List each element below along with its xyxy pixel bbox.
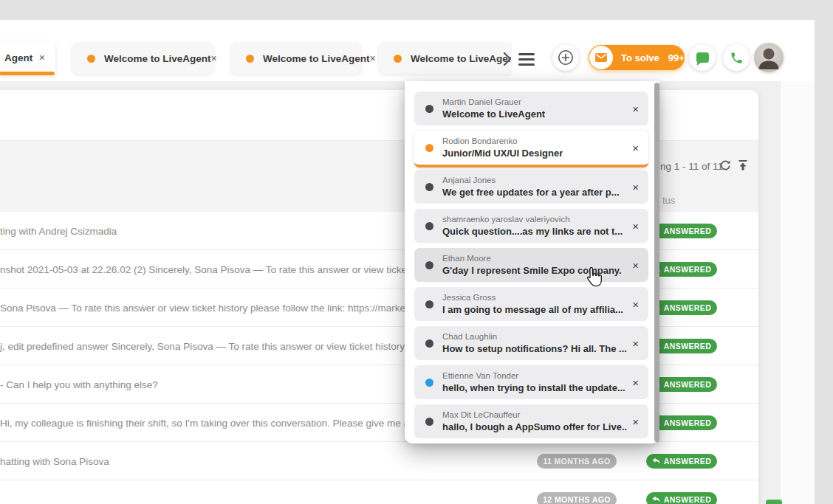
calls-button[interactable] bbox=[723, 44, 750, 71]
tab-label: Welcome to LiveAgent bbox=[263, 53, 370, 64]
ticket-age-badge: 11 MONTHS AGO bbox=[537, 454, 617, 469]
ticket-contact-name: Max Dit LeChauffeur bbox=[442, 410, 627, 421]
tab-close-icon[interactable]: × bbox=[211, 53, 217, 63]
ticket-snippet: - Can I help you with anything else? bbox=[0, 379, 158, 390]
ticket-snippet: Hi, my colleague is finishing their shif… bbox=[0, 417, 420, 428]
ticket-snippet: Sona Pisova — To rate this answer or vie… bbox=[0, 302, 422, 313]
open-ticket-item[interactable]: Martin Daniel Grauer Welcome to LiveAgen… bbox=[414, 92, 648, 125]
ticket-contact-name: Ettienne Van Tonder bbox=[442, 370, 625, 382]
reply-arrow-icon bbox=[652, 496, 660, 503]
ticket-source-icon bbox=[394, 55, 402, 63]
user-avatar[interactable] bbox=[754, 43, 784, 72]
ticket-subject: hello, when trying to install the update… bbox=[442, 382, 625, 394]
ticket-snippet: nshot 2021-05-03 at 22.26.02 (2) Sincere… bbox=[0, 263, 425, 275]
to-solve-button[interactable]: To solve 99+ bbox=[589, 45, 685, 70]
close-ticket-icon[interactable]: × bbox=[632, 299, 639, 310]
tab-active-agent[interactable]: Agent × bbox=[0, 41, 55, 75]
ticket-subject: I am going to message all of my affilia.… bbox=[442, 303, 623, 316]
ticket-age-badge: 12 MONTHS AGO bbox=[537, 492, 617, 504]
open-ticket-item-hovered[interactable]: Ethan Moore G'day I represent Smile Expo… bbox=[414, 248, 648, 282]
ticket-source-icon bbox=[425, 144, 433, 152]
tab-label: Welcome to LiveAgent bbox=[411, 53, 511, 64]
ticket-snippet: j, edit predefined answer Sincerely, Son… bbox=[0, 340, 426, 351]
ticket-contact-name: Anjanai Jones bbox=[442, 175, 620, 186]
ticket-subject: Quick question....as my links are not t.… bbox=[442, 225, 623, 238]
active-tab-underline bbox=[0, 72, 55, 75]
open-ticket-item-active[interactable]: Rodion Bondarenko Junior/Mid UX/UI Desig… bbox=[414, 131, 648, 168]
status-badge: ANSWERED bbox=[646, 454, 717, 469]
ticket-snippet: ting with Andrej Csizmadia bbox=[0, 225, 117, 236]
envelope-icon bbox=[589, 46, 613, 69]
tab-welcome-1[interactable]: Welcome to LiveAgent × bbox=[72, 42, 214, 75]
ticket-source-icon bbox=[425, 339, 433, 348]
ticket-source-icon bbox=[425, 222, 433, 230]
close-ticket-icon[interactable]: × bbox=[632, 142, 639, 153]
refresh-icon[interactable] bbox=[719, 159, 731, 174]
person-silhouette-icon bbox=[754, 43, 784, 72]
open-ticket-item[interactable]: Anjanai Jones We get free updates for a … bbox=[414, 170, 648, 204]
ticket-subject: hallo, I bough a AppSumo offer for Live.… bbox=[442, 421, 627, 433]
ticket-row[interactable]: hatting with Sona Pisova 11 MONTHS AGO A… bbox=[0, 442, 758, 480]
ticket-contact-name: Chad Laughlin bbox=[442, 331, 627, 342]
open-ticket-item[interactable]: shamraenko yaroslav valeriyovich Quick q… bbox=[414, 209, 648, 243]
add-new-button[interactable] bbox=[552, 44, 579, 71]
ticket-source-icon bbox=[425, 261, 433, 269]
right-spacer bbox=[781, 81, 815, 504]
ticket-subject: We get free updates for a year after p..… bbox=[442, 186, 620, 199]
close-ticket-icon[interactable]: × bbox=[632, 221, 639, 232]
status-filter-text: tus bbox=[662, 195, 675, 206]
ticket-source-icon bbox=[425, 105, 433, 113]
menu-hamburger-icon[interactable] bbox=[518, 53, 535, 69]
to-solve-count: 99+ bbox=[668, 52, 685, 63]
tab-close-icon[interactable]: × bbox=[370, 53, 376, 63]
ticket-contact-name: Jessica Gross bbox=[442, 292, 623, 303]
chat-widget-fragment[interactable] bbox=[766, 500, 782, 504]
ticket-source-icon bbox=[425, 300, 433, 308]
ticket-subject: Junior/Mid UX/UI Designer bbox=[442, 147, 563, 159]
close-ticket-icon[interactable]: × bbox=[632, 416, 639, 427]
open-tickets-list: Martin Daniel Grauer Welcome to LiveAgen… bbox=[414, 92, 648, 443]
ticket-source-icon bbox=[425, 418, 433, 426]
open-ticket-item[interactable]: Max Dit LeChauffeur hallo, I bough a App… bbox=[414, 404, 648, 438]
header-bar: Agent × Welcome to LiveAgent × Welcome t… bbox=[0, 20, 815, 81]
to-solve-label: To solve bbox=[621, 52, 659, 63]
scroll-to-top-icon[interactable] bbox=[737, 159, 749, 174]
close-ticket-icon[interactable]: × bbox=[632, 182, 639, 193]
open-ticket-item[interactable]: Jessica Gross I am going to message all … bbox=[414, 287, 648, 321]
ticket-contact-name: Ethan Moore bbox=[442, 253, 622, 264]
chat-bubble-icon bbox=[696, 52, 709, 63]
ticket-source-icon bbox=[246, 55, 254, 63]
ticket-contact-name: shamraenko yaroslav valeriyovich bbox=[442, 214, 623, 225]
close-ticket-icon[interactable]: × bbox=[632, 103, 639, 114]
ticket-contact-name: Martin Daniel Grauer bbox=[442, 97, 545, 108]
ticket-subject: G'day I represent Smile Expo company. bbox=[442, 264, 622, 277]
tab-welcome-3[interactable]: Welcome to LiveAgent bbox=[378, 42, 511, 75]
ticket-contact-name: Rodion Bondarenko bbox=[442, 136, 563, 147]
ticket-source-icon bbox=[425, 183, 433, 191]
tab-welcome-2[interactable]: Welcome to LiveAgent × bbox=[230, 42, 362, 75]
tab-label: Agent bbox=[4, 52, 32, 63]
reply-arrow-icon bbox=[652, 458, 660, 465]
ticket-subject: How to setup notifications? Hi all. The … bbox=[442, 342, 627, 355]
tab-label: Welcome to LiveAgent bbox=[104, 53, 211, 64]
close-ticket-icon[interactable]: × bbox=[632, 260, 639, 271]
ticket-subject: Welcome to LiveAgent bbox=[442, 108, 545, 120]
pagination-text: ng 1 - 11 of 11 bbox=[660, 161, 723, 172]
tabs-overflow-chevron-icon[interactable] bbox=[503, 52, 512, 69]
ticket-snippet: hatting with Sona Pisova bbox=[0, 455, 109, 466]
open-ticket-item[interactable]: Chad Laughlin How to setup notifications… bbox=[414, 326, 648, 360]
open-tickets-dropdown: Martin Daniel Grauer Welcome to LiveAgen… bbox=[405, 81, 659, 443]
open-ticket-item[interactable]: Ettienne Van Tonder hello, when trying t… bbox=[414, 365, 648, 399]
tab-close-icon[interactable]: × bbox=[39, 52, 45, 63]
plus-circle-icon bbox=[558, 49, 574, 66]
ticket-source-icon bbox=[87, 55, 95, 63]
ticket-source-icon bbox=[425, 379, 433, 387]
close-ticket-icon[interactable]: × bbox=[632, 338, 639, 349]
status-badge: ANSWERED bbox=[646, 492, 717, 504]
dropdown-scrollbar[interactable] bbox=[654, 83, 659, 442]
chats-button[interactable] bbox=[689, 44, 716, 71]
phone-icon bbox=[730, 51, 744, 65]
ticket-row[interactable]: 12 MONTHS AGO ANSWERED bbox=[0, 480, 758, 504]
close-ticket-icon[interactable]: × bbox=[632, 377, 639, 388]
